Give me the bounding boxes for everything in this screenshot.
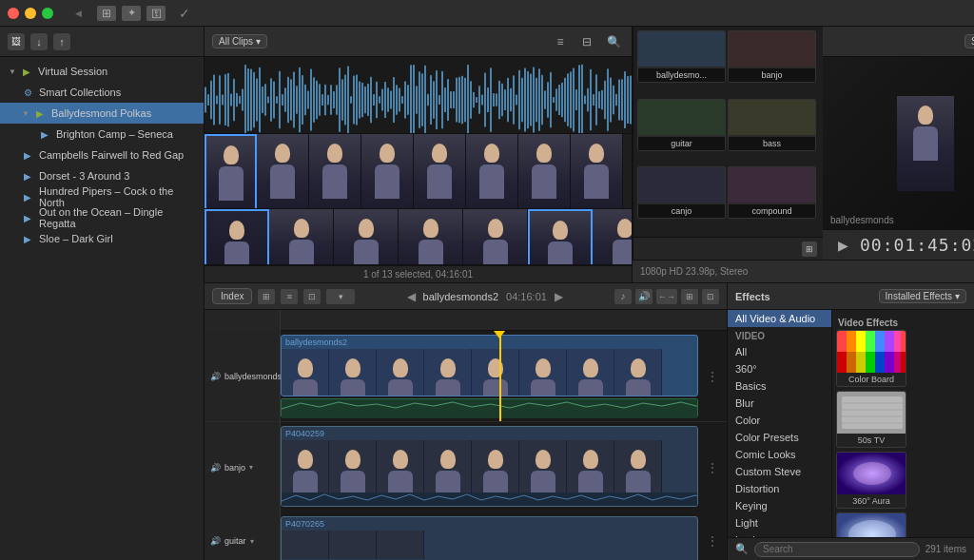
play-button[interactable]: ▶: [834, 236, 852, 255]
video-clip-ballydesmonds2[interactable]: ballydesmonds2: [281, 335, 698, 396]
filmstrip-view-button[interactable]: ⊟: [576, 31, 597, 52]
browser-content: 1 of 13 selected, 04:16:01: [205, 57, 632, 282]
filmstrip-cell-selected[interactable]: [205, 134, 257, 209]
category-360[interactable]: 360°: [728, 360, 831, 377]
svg-rect-105: [501, 84, 503, 117]
timeline-tool-5[interactable]: ⊡: [702, 289, 719, 304]
library-icon[interactable]: ⊞: [97, 6, 116, 21]
category-all[interactable]: All: [728, 343, 831, 360]
keyword-grid-toggle[interactable]: ⊞: [802, 241, 817, 257]
sidebar-item-out-on-ocean[interactable]: ▶ Out on the Ocean – Dingle Regatta: [0, 207, 204, 228]
key-icon[interactable]: ⚿: [146, 6, 166, 21]
timeline-tool-4[interactable]: ⊞: [681, 289, 698, 304]
guitar-clip[interactable]: P4070265: [281, 516, 698, 560]
track-options-button[interactable]: ⋮: [706, 369, 719, 384]
svg-rect-118: [538, 68, 540, 131]
effect-50s-tv[interactable]: 50s TV: [836, 391, 906, 448]
minimize-button[interactable]: [25, 8, 36, 19]
filmstrip-cell-2[interactable]: [257, 134, 309, 209]
import-icon[interactable]: ↓: [30, 33, 48, 50]
effect-360-bloom[interactable]: 360° Bloom: [836, 512, 906, 537]
category-distortion[interactable]: Distortion: [728, 480, 831, 497]
keyword-thumb-banjo[interactable]: banjo: [728, 30, 816, 83]
keyword-thumb-guitar[interactable]: guitar: [637, 99, 726, 151]
svg-rect-14: [242, 88, 244, 110]
banjo-track-options[interactable]: ⋮: [706, 460, 719, 475]
filmstrip-cell-row2-7[interactable]: [593, 209, 632, 265]
bottom-section: Index ⊞ ≡ ⊡ ▾ ◀ ballydesmonds2 04:16:01 …: [205, 283, 974, 560]
category-custom-steve[interactable]: Custom Steve: [728, 463, 831, 480]
filmstrip-cell-row2-4[interactable]: [399, 209, 463, 265]
filmstrip-cell-row2-2[interactable]: [269, 209, 334, 265]
close-button[interactable]: [8, 8, 19, 19]
track-mute-icon-banjo[interactable]: 🔊: [210, 463, 221, 473]
maximize-button[interactable]: [42, 8, 53, 19]
category-color[interactable]: Color: [728, 412, 831, 429]
all-clips-dropdown[interactable]: All Clips ▾: [212, 34, 267, 48]
sidebar-item-virtual-session[interactable]: ▼ ▶ Virtual Session: [0, 61, 204, 82]
keyword-thumb-bass[interactable]: bass: [728, 99, 816, 151]
next-clip-button[interactable]: ▶: [555, 290, 563, 303]
star-icon[interactable]: ✦: [122, 6, 141, 21]
timeline-mode-dropdown[interactable]: ▾: [326, 289, 355, 304]
svg-rect-108: [510, 88, 512, 111]
sidebar-item-sloe[interactable]: ▶ Sloe – Dark Girl: [0, 228, 204, 249]
list-view-button[interactable]: ≡: [550, 31, 571, 52]
keyword-thumb-canjo[interactable]: canjo: [637, 166, 726, 219]
back-icon[interactable]: ◀: [68, 6, 88, 21]
filmstrip-cell-row2-5[interactable]: [463, 209, 528, 265]
prev-clip-button[interactable]: ◀: [407, 290, 416, 303]
svg-rect-88: [453, 91, 455, 108]
filmstrip-cell-4[interactable]: [361, 134, 414, 209]
banjo-clip[interactable]: P4040259: [281, 426, 698, 507]
category-color-presets[interactable]: Color Presets: [728, 429, 831, 446]
effects-search-input[interactable]: [754, 542, 920, 557]
timeline-area: Index ⊞ ≡ ⊡ ▾ ◀ ballydesmonds2 04:16:01 …: [205, 283, 727, 560]
filmstrip-cell-row2-selected[interactable]: [205, 209, 269, 265]
effect-color-board[interactable]: Color Board: [836, 330, 906, 387]
timeline-icon-2[interactable]: ≡: [281, 289, 298, 304]
filmstrip-cell-6[interactable]: [466, 134, 518, 209]
timeline-tool-3[interactable]: ←→: [656, 289, 677, 304]
category-light[interactable]: Light: [728, 514, 831, 531]
effect-360-aura[interactable]: 360° Aura: [836, 452, 906, 509]
category-comic-looks[interactable]: Comic Looks: [728, 446, 831, 463]
track-mute-icon-guitar[interactable]: 🔊: [210, 536, 221, 546]
category-all-video-audio[interactable]: All Video & Audio: [728, 310, 831, 327]
filmstrip-cell-row2-3[interactable]: [334, 209, 399, 265]
sidebar-item-smart-collections[interactable]: ⚙ Smart Collections: [0, 82, 204, 103]
check-icon[interactable]: ✓: [175, 6, 194, 21]
sidebar-item-ballydesmond[interactable]: ▼ ▶ Ballydesmond Polkas: [0, 103, 204, 124]
photo-library-icon[interactable]: 🖼: [8, 33, 25, 50]
sidebar-item-brighton[interactable]: ▶ Brighton Camp – Seneca: [0, 124, 204, 145]
filmstrip-cell-row2-6[interactable]: [528, 209, 593, 265]
category-header-video: VIDEO: [728, 327, 831, 343]
category-blur[interactable]: Blur: [728, 395, 831, 412]
category-keying[interactable]: Keying: [728, 497, 831, 514]
guitar-track-options[interactable]: ⋮: [706, 533, 719, 549]
filmstrip-cell-7[interactable]: [518, 134, 571, 209]
effects-thumbnails: Video Effects: [832, 310, 974, 537]
sidebar-item-campbells[interactable]: ▶ Campbells Fairwell to Red Gap: [0, 145, 204, 165]
cat-light: Light: [735, 517, 758, 529]
keyword-thumb-compound[interactable]: compound: [728, 166, 816, 219]
sidebar-item-dorset[interactable]: ▶ Dorset - 3 Around 3: [0, 165, 204, 186]
keyword-thumb-ballydesmonds[interactable]: ballydesmo...: [637, 30, 726, 83]
filmstrip-cell-3[interactable]: [309, 134, 361, 209]
audio-icon[interactable]: ♪: [614, 289, 632, 304]
timeline-clip-name: ballydesmonds2: [423, 291, 499, 302]
search-button[interactable]: 🔍: [603, 31, 624, 52]
index-button[interactable]: Index: [212, 288, 252, 304]
timeline-icon-3[interactable]: ⊡: [303, 289, 321, 304]
installed-effects-dropdown[interactable]: Installed Effects ▾: [879, 289, 966, 303]
share-icon[interactable]: ↑: [53, 33, 70, 50]
filmstrip-cell-5[interactable]: [414, 134, 466, 209]
settings-dropdown[interactable]: Settings ▾: [964, 34, 974, 48]
filmstrip-cell-8[interactable]: [571, 134, 623, 209]
speaker-icon[interactable]: 🔊: [635, 289, 653, 304]
svg-rect-103: [496, 93, 497, 106]
sidebar-item-hundred-pipers[interactable]: ▶ Hundred Pipers – Cock o the North: [0, 186, 204, 207]
timeline-icon-1[interactable]: ⊞: [258, 289, 275, 304]
svg-rect-166: [885, 352, 894, 373]
category-basics[interactable]: Basics: [728, 377, 831, 395]
